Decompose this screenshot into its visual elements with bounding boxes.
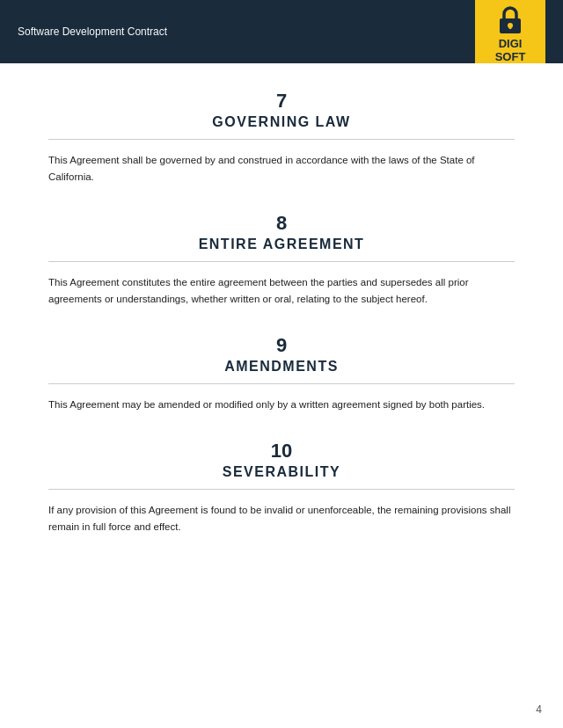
logo-area: DIGI SOFT	[475, 0, 545, 63]
page-content: 7 GOVERNING LAW This Agreement shall be …	[0, 63, 563, 703]
section-9-title: AMENDMENTS	[48, 359, 515, 375]
section-10-divider	[48, 489, 515, 490]
document-title: Software Development Contract	[18, 25, 167, 38]
section-8-number: 8	[48, 212, 515, 235]
lock-icon	[494, 4, 526, 36]
svg-rect-2	[509, 25, 512, 29]
section-9: 9 AMENDMENTS This Agreement may be amend…	[48, 334, 515, 413]
section-10-title: SEVERABILITY	[48, 464, 515, 480]
logo-box: DIGI SOFT	[475, 0, 545, 63]
section-10-body: If any provision of this Agreement is fo…	[48, 502, 515, 535]
section-10-number: 10	[48, 440, 515, 462]
section-9-divider	[48, 383, 515, 384]
section-7: 7 GOVERNING LAW This Agreement shall be …	[48, 90, 515, 186]
logo-text: DIGI SOFT	[495, 38, 526, 63]
logo-icon	[487, 0, 533, 38]
section-7-number: 7	[48, 90, 515, 113]
section-9-body: This Agreement may be amended or modifie…	[48, 397, 515, 413]
section-7-body: This Agreement shall be governed by and …	[48, 152, 515, 186]
section-7-divider	[48, 139, 515, 140]
section-9-number: 9	[48, 334, 515, 357]
section-8-title: ENTIRE AGREEMENT	[48, 237, 515, 252]
section-8-divider	[48, 261, 515, 262]
page-number: 4	[0, 703, 563, 728]
section-8-body: This Agreement constitutes the entire ag…	[48, 274, 515, 308]
section-7-title: GOVERNING LAW	[48, 114, 515, 130]
document-page: Software Development Contract	[0, 0, 563, 728]
section-10: 10 SEVERABILITY If any provision of this…	[48, 440, 515, 535]
page-header: Software Development Contract	[0, 0, 563, 63]
section-8: 8 ENTIRE AGREEMENT This Agreement consti…	[48, 212, 515, 308]
